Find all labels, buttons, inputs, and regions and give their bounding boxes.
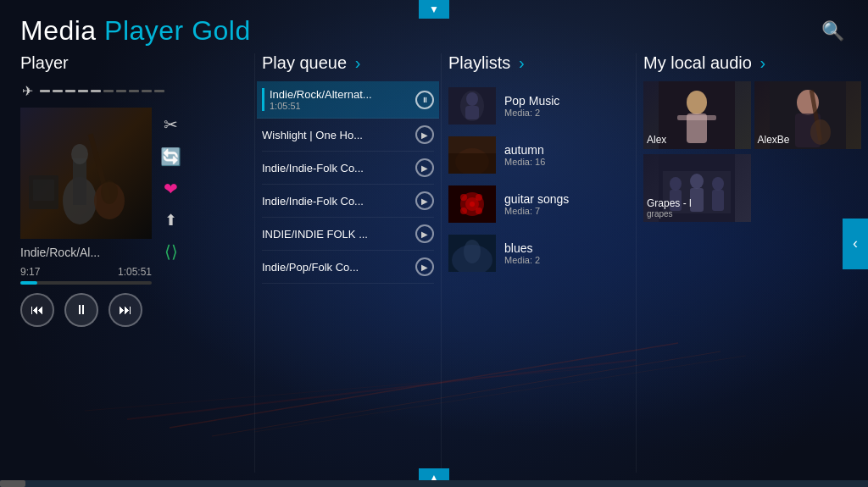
queue-item[interactable]: Indie/Pop/Folk Co... ▶ bbox=[262, 251, 434, 284]
pause-button[interactable]: ⏸ bbox=[64, 293, 98, 327]
player-times: 9:17 1:05:51 bbox=[20, 266, 152, 278]
playlist-thumb bbox=[448, 235, 496, 272]
svg-point-8 bbox=[71, 144, 88, 164]
queue-item-title: Indie/Indie-Folk Co... bbox=[262, 162, 393, 174]
queue-item-info: Indie/Indie-Folk Co... bbox=[262, 195, 415, 208]
queue-item-info: Wishlight | One Ho... bbox=[262, 129, 415, 141]
play-icon: ▶ bbox=[415, 191, 434, 210]
player-main-controls: ⏮ ⏸ ⏭ bbox=[20, 293, 152, 327]
playlist-name: guitar songs bbox=[504, 192, 629, 206]
paper-plane-icon[interactable]: ✈ bbox=[20, 81, 35, 101]
queue-item-info: Indie/Indie-Folk Co... bbox=[262, 162, 415, 174]
playlist-info: guitar songs Media: 7 bbox=[504, 192, 629, 216]
local-audio-section: My local audio › Alex bbox=[636, 53, 868, 473]
local-audio-arrow: › bbox=[760, 53, 765, 72]
playlist-item[interactable]: Pop Music Media: 2 bbox=[448, 81, 629, 130]
svg-rect-10 bbox=[33, 180, 54, 201]
player-artwork-container: Indie/Rock/Al... 9:17 1:05:51 ⏮ bbox=[20, 108, 246, 327]
shuffle-button[interactable]: ✂ bbox=[160, 114, 181, 135]
next-button[interactable]: ⏭ bbox=[108, 293, 142, 327]
local-audio-title[interactable]: My local audio › bbox=[643, 53, 861, 73]
queue-item-title: INDIE/INDIE FOLK ... bbox=[262, 228, 393, 241]
queue-item[interactable]: Wishlight | One Ho... ▶ bbox=[262, 119, 434, 152]
svg-rect-47 bbox=[690, 188, 704, 212]
svg-point-46 bbox=[690, 174, 704, 189]
artwork-image bbox=[20, 108, 152, 239]
queue-item-info: Indie/Rock/Alternat... 1:05:51 bbox=[270, 88, 415, 111]
queue-item[interactable]: Indie/Rock/Alternat... 1:05:51 ⏸ bbox=[257, 81, 439, 119]
playlists-title[interactable]: Playlists › bbox=[448, 53, 629, 73]
player-artwork bbox=[20, 108, 152, 239]
queue-item[interactable]: Indie/Indie-Folk Co... ▶ bbox=[262, 185, 434, 218]
volume-segment-6 bbox=[103, 90, 114, 92]
svg-point-13 bbox=[101, 180, 118, 204]
playlist-meta: Media: 2 bbox=[504, 108, 629, 118]
horizontal-scrollbar[interactable] bbox=[0, 480, 868, 487]
track-name: Indie/Rock/Al... bbox=[20, 246, 152, 259]
volume-segment-3 bbox=[65, 90, 75, 92]
favorite-button[interactable]: ❤ bbox=[160, 179, 181, 199]
svg-point-25 bbox=[470, 202, 475, 207]
play-icon: ▶ bbox=[415, 224, 434, 243]
playlist-item[interactable]: autumn Media: 16 bbox=[448, 130, 629, 180]
audio-card[interactable]: AlexBe bbox=[754, 81, 862, 149]
playlist-info: blues Media: 2 bbox=[504, 241, 629, 265]
playlist-item[interactable]: guitar songs Media: 7 bbox=[448, 180, 629, 229]
svg-rect-7 bbox=[73, 158, 86, 205]
progress-bar[interactable] bbox=[20, 281, 152, 285]
scrollbar-thumb bbox=[0, 480, 25, 487]
playlists-arrow: › bbox=[519, 53, 525, 72]
svg-point-17 bbox=[466, 92, 478, 106]
play-icon: ▶ bbox=[415, 125, 434, 144]
svg-point-32 bbox=[464, 240, 481, 263]
queue-item[interactable]: INDIE/INDIE FOLK ... ▶ bbox=[262, 218, 434, 251]
progress-fill bbox=[20, 281, 37, 285]
audio-card[interactable]: Alex bbox=[643, 81, 751, 149]
scroll-right-button[interactable]: ‹ bbox=[843, 219, 868, 269]
queue-item[interactable]: Indie/Indie-Folk Co... ▶ bbox=[262, 152, 434, 185]
play-icon: ▶ bbox=[415, 158, 434, 177]
playlist-item[interactable]: blues Media: 2 bbox=[448, 229, 629, 278]
volume-bar bbox=[40, 90, 164, 92]
playlist-thumb bbox=[448, 185, 496, 223]
queue-item-title: Wishlight | One Ho... bbox=[262, 129, 393, 141]
queue-item-duration: 1:05:51 bbox=[270, 101, 415, 111]
repeat-button[interactable]: 🔄 bbox=[160, 147, 181, 167]
audio-card-label: Alex bbox=[647, 134, 666, 146]
scroll-up-button[interactable]: ▼ bbox=[419, 0, 449, 19]
player-title: Player bbox=[20, 53, 246, 73]
prev-button[interactable]: ⏮ bbox=[20, 293, 54, 327]
search-button[interactable]: 🔍 bbox=[818, 17, 848, 46]
svg-point-44 bbox=[670, 177, 682, 191]
volume-segment-2 bbox=[53, 90, 63, 92]
audio-card[interactable]: Grapes - l grapes bbox=[643, 154, 751, 222]
upload-button[interactable]: ⬆ bbox=[160, 211, 181, 230]
queue-item-title: Indie/Pop/Folk Co... bbox=[262, 261, 393, 274]
svg-point-48 bbox=[712, 177, 724, 191]
queue-title[interactable]: Play queue › bbox=[262, 53, 434, 73]
audio-card-label: Grapes - l bbox=[647, 197, 692, 209]
playlist-name: autumn bbox=[504, 143, 629, 157]
svg-rect-18 bbox=[465, 106, 479, 119]
queue-arrow: › bbox=[355, 53, 361, 72]
playlist-name: Pop Music bbox=[504, 94, 629, 108]
svg-point-41 bbox=[810, 119, 831, 145]
playlist-info: autumn Media: 16 bbox=[504, 143, 629, 167]
playlists-section: Playlists › bbox=[441, 53, 636, 473]
share-button[interactable]: ⟨⟩ bbox=[160, 241, 181, 262]
play-icon: ▶ bbox=[415, 257, 434, 276]
local-audio-grid: Alex bbox=[643, 81, 861, 222]
queue-item-info: Indie/Pop/Folk Co... bbox=[262, 261, 415, 274]
player-side-controls: ✂ 🔄 ❤ ⬆ ⟨⟩ bbox=[160, 108, 181, 262]
svg-point-28 bbox=[460, 208, 467, 214]
svg-point-34 bbox=[687, 91, 707, 114]
audio-card-label: AlexBe bbox=[758, 134, 790, 146]
playlist-meta: Media: 7 bbox=[504, 206, 629, 216]
playlist-name: blues bbox=[504, 241, 629, 255]
volume-segment-4 bbox=[78, 90, 88, 92]
volume-segment-10 bbox=[154, 90, 164, 92]
player-top-controls: ✈ bbox=[20, 81, 246, 101]
pause-icon: ⏸ bbox=[415, 91, 434, 109]
queue-item-title: Indie/Rock/Alternat... bbox=[270, 88, 401, 101]
volume-segment-9 bbox=[142, 90, 152, 92]
